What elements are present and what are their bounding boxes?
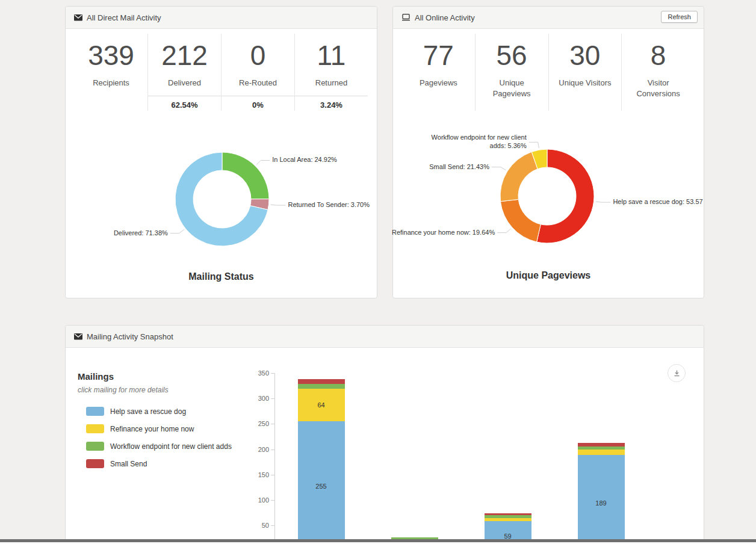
refresh-button[interactable]: Refresh — [661, 11, 698, 23]
stat-value: 0 — [250, 42, 266, 69]
stat-column: 11Returned3.24% — [294, 34, 368, 111]
stat-value: 212 — [161, 42, 208, 69]
mailing-status-svg — [66, 109, 377, 277]
stat-label: Re-Routed — [239, 78, 277, 88]
pie-slice-in-local-area[interactable] — [222, 152, 269, 199]
stat-value: 30 — [569, 42, 600, 69]
stat-value: 56 — [497, 42, 527, 69]
unique-pageviews-svg — [393, 103, 704, 271]
mailing-status-donut: In Local Area: 24.92%Returned To Sender:… — [66, 109, 377, 277]
pie-label: Small Send: 21.43% — [381, 163, 489, 172]
stat-column: 339Recipients — [75, 34, 147, 111]
pie-label: Workflow endpoint for new client adds: 5… — [418, 134, 527, 151]
pie-slice-refinance-your-home-now[interactable] — [500, 199, 541, 242]
chart-export-button[interactable] — [668, 364, 686, 382]
stat-label: Delivered — [168, 78, 201, 88]
stat-column: 30Unique Visitors — [548, 34, 622, 111]
direct-mail-stats-row: 339Recipients212Delivered62.54%0Re-Route… — [75, 34, 368, 111]
pie-label: Refinance your home now: 19.64% — [386, 229, 495, 237]
bar-segment-small-send[interactable] — [485, 513, 531, 515]
panel-title: All Direct Mail Activity — [87, 13, 161, 22]
y-axis-tick-mark — [271, 500, 274, 501]
y-axis-tick-mark — [271, 525, 274, 526]
y-axis-tick-label: 200 — [246, 446, 269, 453]
bar-segment-workflow-endpoint-for-new-client-adds[interactable] — [298, 384, 345, 389]
y-axis-tick-mark — [271, 450, 274, 450]
unique-pageviews-chart-title: Unique Pageviews — [393, 270, 704, 281]
y-axis-tick-label: 150 — [246, 471, 269, 478]
y-axis-tick-label: 100 — [246, 496, 269, 504]
stat-label: Visitor Conversions — [636, 78, 680, 99]
direct-mail-activity-panel: All Direct Mail Activity 339Recipients21… — [65, 6, 377, 298]
pie-label-connector — [497, 229, 510, 233]
bar-value-label: 255 — [298, 483, 345, 490]
y-axis-tick-label: 50 — [246, 522, 269, 529]
envelope-icon — [74, 14, 82, 21]
mailing-activity-snapshot-panel: Mailing Activity Snapshot Mailings click… — [65, 325, 704, 544]
pie-label-connector — [270, 205, 285, 205]
stat-label: Returned — [315, 78, 347, 88]
y-axis-tick-label: 250 — [246, 420, 269, 427]
stat-column: 0Re-Routed0% — [221, 34, 294, 111]
stat-label: Recipients — [93, 78, 129, 88]
pie-label-connector — [529, 142, 539, 148]
bar-segment-workflow-endpoint-for-new-client-adds[interactable] — [578, 447, 625, 450]
bar-value-label: 189 — [578, 499, 625, 507]
pie-label: Help save a rescue dog: 53.57 — [613, 198, 702, 206]
stat-column: 8Visitor Conversions — [621, 34, 695, 111]
y-axis-tick-label: 300 — [246, 395, 269, 402]
mailings-stacked-bar-chart: 50100150200250300350255641859189 — [66, 326, 704, 544]
stat-label: Pageviews — [420, 78, 457, 88]
bar-segment-small-send[interactable] — [578, 443, 625, 446]
y-axis-tick-mark — [271, 398, 274, 399]
stat-value: 8 — [651, 42, 666, 69]
bar-segment-workflow-endpoint-for-new-client-adds[interactable] — [485, 515, 531, 518]
y-axis-tick-mark — [271, 424, 274, 424]
online-activity-panel: All Online Activity Refresh 77Pageviews5… — [392, 6, 704, 298]
mailing-status-chart-title: Mailing Status — [66, 271, 377, 282]
bar-segment-refinance-your-home-now[interactable] — [578, 450, 625, 455]
pie-label: Returned To Sender: 3.70% — [288, 201, 370, 209]
stat-column: 77Pageviews — [402, 34, 475, 111]
dashboard-page: All Direct Mail Activity 339Recipients21… — [0, 0, 756, 544]
stat-value: 11 — [317, 42, 346, 69]
y-axis-tick-mark — [271, 373, 274, 374]
pie-label: Delivered: 71.38% — [60, 229, 168, 238]
bar-segment-small-send[interactable] — [298, 379, 345, 384]
stat-column: 212Delivered62.54% — [147, 34, 221, 111]
y-axis-tick-label: 350 — [246, 369, 269, 377]
stat-value: 339 — [88, 42, 134, 69]
pie-label-connector — [256, 160, 270, 164]
bar-value-label: 59 — [485, 533, 531, 540]
stat-label: Unique Visitors — [559, 78, 611, 88]
online-panel-header: All Online Activity Refresh — [393, 7, 704, 29]
unique-pageviews-donut: Help save a rescue dog: 53.57Refinance y… — [393, 103, 704, 271]
monitor-icon — [401, 14, 411, 21]
bar-value-label: 64 — [298, 401, 345, 409]
y-axis-line — [274, 373, 275, 544]
direct-mail-panel-header: All Direct Mail Activity — [66, 7, 377, 29]
pie-label-connector — [492, 167, 506, 170]
online-stats-row: 77Pageviews56Unique Pageviews30Unique Vi… — [402, 34, 695, 111]
pie-label-connector — [595, 202, 610, 202]
panel-title: All Online Activity — [415, 13, 475, 22]
pie-label: In Local Area: 24.92% — [272, 156, 337, 165]
stat-label: Unique Pageviews — [493, 78, 531, 99]
pie-label-connector — [170, 229, 184, 233]
y-axis-tick-mark — [271, 475, 274, 475]
pie-slice-small-send[interactable] — [500, 152, 538, 201]
download-icon — [673, 369, 681, 377]
stat-column: 56Unique Pageviews — [475, 34, 548, 111]
bar-segment-refinance-your-home-now[interactable] — [485, 518, 531, 521]
stat-value: 77 — [423, 42, 454, 69]
